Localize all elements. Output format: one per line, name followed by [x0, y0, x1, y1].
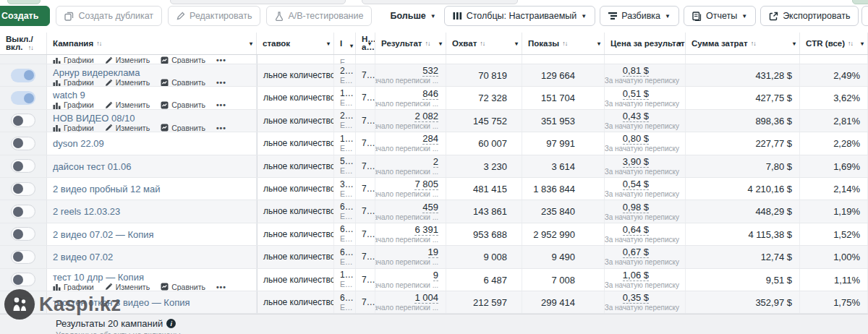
campaign-toggle[interactable]: [11, 91, 35, 105]
action-edit[interactable]: Изменить: [105, 56, 150, 64]
campaign-name-link[interactable]: тест 10 длр — Копия: [53, 272, 250, 283]
cpr-value-link[interactable]: 0,43 $: [623, 111, 649, 122]
campaign-toggle[interactable]: [11, 205, 35, 218]
result-value-link[interactable]: 19: [428, 247, 438, 258]
duplicate-button[interactable]: Создать дубликат: [56, 6, 162, 26]
impressions-cell: 351 953: [522, 110, 605, 132]
campaign-toggle[interactable]: [11, 114, 35, 127]
edit-button[interactable]: Редактировать: [168, 6, 260, 26]
cpr-value-link[interactable]: 0,54 $: [623, 179, 649, 190]
attribution-cell: 7…: [356, 291, 375, 313]
action-compare[interactable]: Сравнить: [161, 124, 205, 132]
ctr-cell: 2,28%: [800, 132, 868, 154]
campaign-name-link[interactable]: 2 видео пробный 12 май: [53, 184, 250, 194]
export-button[interactable]: Экспортировать: [760, 6, 859, 26]
campaign-name-link[interactable]: 2 видео 07.02 — Копия: [53, 229, 250, 240]
action-label: Сравнить: [171, 100, 205, 108]
action-charts[interactable]: Графики: [53, 124, 94, 132]
duplicate-label: Создать дубликат: [78, 11, 153, 21]
cpr-value-link[interactable]: 0,67 $: [623, 247, 649, 258]
action-compare[interactable]: Сравнить: [161, 78, 205, 86]
cpr-value-link[interactable]: 1,06 $: [623, 270, 649, 281]
clipped-top-element: [7, 0, 41, 4]
action-compare[interactable]: Сравнить: [161, 56, 205, 64]
export-dropdown-button[interactable]: ▼: [861, 6, 868, 26]
cpr-value-link[interactable]: 0,35 $: [623, 292, 649, 304]
more-actions-button[interactable]: •••: [216, 100, 226, 108]
result-value-link[interactable]: 6 391: [414, 224, 438, 236]
result-value-link[interactable]: 459: [422, 202, 438, 213]
campaign-toggle[interactable]: [11, 69, 35, 82]
campaign-toggle[interactable]: [11, 227, 35, 241]
action-edit[interactable]: Изменить: [105, 100, 150, 108]
result-value-link[interactable]: 846: [422, 88, 438, 100]
campaign-name-link[interactable]: Арнур видереклама: [53, 67, 250, 78]
action-charts[interactable]: Графики: [53, 56, 94, 64]
column-header-bid[interactable]: ставок▾: [257, 33, 334, 54]
result-value-link[interactable]: 2 082: [414, 111, 438, 122]
result-value-link[interactable]: 284: [422, 133, 438, 145]
more-actions-button[interactable]: •••: [216, 78, 226, 86]
cpr-metric: 0,80 $За начатую переписку: [610, 132, 679, 154]
cpr-value-link[interactable]: 0,64 $: [623, 224, 649, 236]
cost-per-result-cell: 0,80 $За начатую переписку: [605, 132, 686, 154]
table-footer: Результаты 20 кампаний i Удаленные объек…: [0, 314, 868, 334]
flask-icon: [275, 12, 284, 21]
column-header-camp[interactable]: Кампания↑↓▾: [47, 33, 257, 54]
reach-cell: 953 688: [446, 223, 522, 245]
column-header-budget[interactable]: I▾: [334, 33, 356, 54]
create-button[interactable]: Создать: [0, 6, 50, 26]
column-header-toggle[interactable]: Выкл./вкл. ↑↓: [0, 33, 47, 54]
campaign-toggle[interactable]: [11, 159, 35, 173]
result-value-link[interactable]: 7 805: [414, 179, 438, 190]
campaign-name-link[interactable]: 2 видео 07.02: [53, 252, 250, 262]
columns-button[interactable]: Столбцы: Настраиваемый ▼: [444, 6, 596, 26]
campaign-toggle[interactable]: [11, 273, 35, 286]
campaign-name-link[interactable]: 2 reels 12.03.23: [53, 206, 250, 217]
campaign-name-link[interactable]: watch 9: [53, 90, 250, 100]
breakdown-button[interactable]: Разбивка ▼: [600, 6, 679, 26]
cost-per-result-cell: 0,54 $За начатую переписку: [605, 178, 686, 200]
action-edit[interactable]: Изменить: [105, 78, 150, 86]
cpr-value-link[interactable]: 3,90 $: [623, 156, 649, 168]
column-header-attr[interactable]: Н…а…▾: [356, 33, 375, 54]
more-actions-button[interactable]: •••: [216, 56, 226, 64]
result-cell: 846Начало переписки ...: [375, 87, 446, 108]
column-header-impr[interactable]: Показы↑↓▾: [522, 33, 605, 54]
cpr-value-link[interactable]: 0,80 $: [623, 133, 649, 145]
column-header-ctr[interactable]: CTR (все)↑↓▾: [800, 33, 868, 54]
cpr-value-link[interactable]: 0,81 $: [623, 65, 649, 77]
campaign-name-link[interactable]: НОВ ВИДЕО 08/10: [53, 113, 250, 124]
more-actions-button[interactable]: •••: [216, 124, 226, 132]
campaign-toggle[interactable]: [11, 137, 35, 150]
info-icon[interactable]: i: [166, 319, 176, 328]
column-header-cpr[interactable]: Цена за результат↑↓▾: [605, 33, 686, 54]
result-value-link[interactable]: 532: [422, 65, 438, 77]
reports-button[interactable]: Отчеты ▼: [684, 6, 756, 26]
compare-icon: [161, 79, 169, 87]
impressions-cell: 1 836 844: [522, 178, 605, 200]
cpr-value-link[interactable]: 0,98 $: [623, 202, 649, 213]
action-edit[interactable]: Изменить: [105, 124, 150, 132]
pencil-icon: [176, 12, 185, 20]
campaign-name-link[interactable]: dyson 22.09: [53, 138, 250, 149]
bid-strategy-cell: льное количество: [257, 223, 334, 245]
more-actions-button[interactable]: •••: [216, 283, 226, 291]
action-charts[interactable]: Графики: [53, 100, 94, 108]
campaign-toggle[interactable]: [11, 182, 35, 196]
result-value-link[interactable]: 1 004: [414, 292, 438, 304]
action-compare[interactable]: Сравнить: [161, 283, 205, 291]
ctr-value: 2,28%: [806, 132, 861, 154]
action-charts[interactable]: Графики: [53, 78, 94, 86]
column-header-reach[interactable]: Охват↑↓▾: [446, 33, 522, 54]
cpr-value-link[interactable]: 0,51 $: [623, 88, 649, 100]
column-header-spent[interactable]: Сумма затрат↑↓▾: [686, 33, 800, 54]
action-compare[interactable]: Сравнить: [161, 100, 205, 108]
result-value-link[interactable]: 2: [433, 156, 438, 168]
campaign-name-link[interactable]: дайсон тест 01.06: [53, 161, 250, 172]
campaign-toggle[interactable]: [11, 250, 35, 264]
more-button[interactable]: Больше ▼: [382, 6, 443, 26]
result-value-link[interactable]: 9: [433, 270, 438, 281]
column-header-res[interactable]: Результат↑↓▾: [375, 33, 446, 54]
ab-test-button[interactable]: A/B-тестирование: [266, 6, 372, 26]
